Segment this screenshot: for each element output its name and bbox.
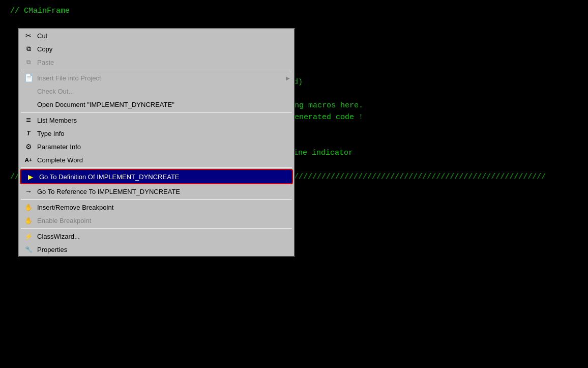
menu-item-cut[interactable]: ✂ Cut bbox=[19, 29, 294, 42]
complete-word-label: Complete Word bbox=[37, 156, 290, 164]
type-info-icon: T bbox=[23, 128, 34, 138]
param-info-icon: ⚙ bbox=[23, 141, 34, 152]
list-members-icon: ≡ bbox=[23, 115, 34, 125]
menu-item-type-info[interactable]: T Type Info bbox=[19, 127, 294, 140]
paste-icon: ⧉ bbox=[23, 57, 34, 67]
context-menu: ✂ Cut ⧉ Copy ⧉ Paste 📄 Insert File into … bbox=[18, 28, 295, 257]
insert-file-label: Insert File into Project bbox=[37, 74, 286, 82]
menu-item-goto-def[interactable]: ▶ Go To Definition Of IMPLEMENT_DYNCREAT… bbox=[20, 169, 293, 184]
menu-item-check-out: Check Out... bbox=[19, 84, 294, 98]
check-out-label: Check Out... bbox=[37, 88, 290, 95]
goto-def-icon: ▶ bbox=[25, 172, 36, 182]
classwizard-icon: ⚡ bbox=[23, 231, 34, 241]
scissors-icon: ✂ bbox=[23, 31, 34, 41]
menu-item-complete-word[interactable]: A+ Complete Word bbox=[19, 153, 294, 166]
insert-file-icon: 📄 bbox=[23, 73, 34, 83]
goto-def-label: Go To Definition Of IMPLEMENT_DYNCREATE bbox=[39, 173, 288, 181]
menu-item-insert-file: 📄 Insert File into Project ▶ bbox=[19, 71, 294, 84]
open-doc-label: Open Document "IMPLEMENT_DYNCREATE" bbox=[37, 101, 290, 108]
copy-icon: ⧉ bbox=[23, 44, 34, 54]
classwizard-label: ClassWizard... bbox=[37, 233, 290, 240]
properties-icon: 🔧 bbox=[23, 244, 34, 254]
separator-2 bbox=[21, 112, 292, 112]
menu-item-param-info[interactable]: ⚙ Parameter Info bbox=[19, 140, 294, 153]
separator-5 bbox=[21, 228, 292, 229]
menu-item-classwizard[interactable]: ⚡ ClassWizard... bbox=[19, 230, 294, 243]
complete-word-icon: A+ bbox=[23, 155, 34, 165]
menu-item-paste: ⧉ Paste bbox=[19, 55, 294, 69]
goto-ref-icon: → bbox=[23, 186, 34, 196]
menu-item-open-doc[interactable]: Open Document "IMPLEMENT_DYNCREATE" bbox=[19, 98, 294, 111]
cut-label: Cut bbox=[37, 32, 290, 40]
paste-label: Paste bbox=[37, 59, 290, 66]
separator-4 bbox=[21, 199, 292, 200]
separator-3 bbox=[21, 167, 292, 168]
copy-label: Copy bbox=[37, 45, 290, 53]
list-members-label: List Members bbox=[37, 117, 290, 124]
properties-label: Properties bbox=[37, 246, 290, 253]
menu-item-list-members[interactable]: ≡ List Members bbox=[19, 114, 294, 127]
menu-item-goto-ref[interactable]: → Go To Reference To IMPLEMENT_DYNCREATE bbox=[19, 185, 294, 198]
code-line-blank1 bbox=[10, 17, 578, 29]
enable-breakpoint-label: Enable Breakpoint bbox=[37, 217, 290, 224]
goto-ref-label: Go To Reference To IMPLEMENT_DYNCREATE bbox=[37, 188, 290, 195]
menu-item-insert-breakpoint[interactable]: ✋ Insert/Remove Breakpoint bbox=[19, 201, 294, 214]
check-out-icon bbox=[23, 86, 34, 96]
menu-item-enable-breakpoint: ✋ Enable Breakpoint bbox=[19, 214, 294, 227]
type-info-label: Type Info bbox=[37, 130, 290, 137]
submenu-arrow: ▶ bbox=[286, 75, 290, 81]
param-info-label: Parameter Info bbox=[37, 143, 290, 151]
menu-item-properties[interactable]: 🔧 Properties bbox=[19, 243, 294, 256]
open-doc-icon bbox=[23, 99, 34, 109]
separator-1 bbox=[21, 70, 292, 70]
breakpoint-icon: ✋ bbox=[23, 202, 34, 212]
enable-breakpoint-icon: ✋ bbox=[23, 215, 34, 225]
menu-item-copy[interactable]: ⧉ Copy bbox=[19, 42, 294, 55]
code-line-1: // CMainFrame bbox=[10, 5, 578, 17]
insert-breakpoint-label: Insert/Remove Breakpoint bbox=[37, 204, 290, 211]
